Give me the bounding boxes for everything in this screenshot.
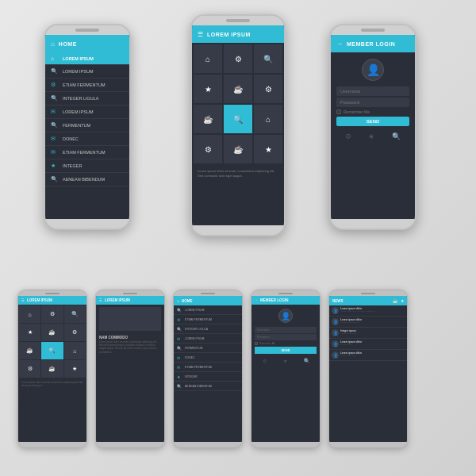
sm-nav-label-8: AENEAN BIBENDUM bbox=[185, 385, 212, 388]
grid-cell-6[interactable]: ☕ bbox=[194, 105, 222, 133]
sm-header-text-3: HOME bbox=[182, 299, 193, 303]
sm-cell-6[interactable]: ☕ bbox=[19, 342, 40, 359]
sm-cell-7[interactable]: 🔍 bbox=[41, 342, 63, 359]
sm-news-av-2: 👤 bbox=[332, 329, 339, 336]
grid-cell-4[interactable]: ☕ bbox=[224, 75, 252, 103]
sm-news-title-5: NEWS bbox=[332, 299, 344, 303]
sm-nav-3[interactable]: ✉ LOREM IPSUM bbox=[174, 334, 242, 344]
grid-cell-7[interactable]: 🔍 bbox=[224, 105, 252, 133]
nav-item-0[interactable]: ⌂ LOREM IPSUM bbox=[45, 52, 129, 65]
phone-top-bar bbox=[45, 25, 129, 35]
sm-nav-0[interactable]: 🔍 LOREM IPSUM bbox=[174, 305, 242, 315]
nav-label-7: ETIAM FERMENTUM bbox=[63, 150, 105, 155]
sm-cell-0[interactable]: ⌂ bbox=[19, 305, 40, 323]
sm-nav-5[interactable]: ✉ DONEC bbox=[174, 353, 242, 363]
sm-header-text-2: LOREM IPSUM bbox=[105, 298, 130, 302]
arrow-icon: → bbox=[336, 40, 343, 48]
sm-cell-10[interactable]: ☕ bbox=[41, 360, 63, 378]
sm-nav-7[interactable]: ★ INTEGER bbox=[174, 372, 242, 382]
sm-news-av-1: 👤 bbox=[332, 318, 339, 325]
login-header-text: MEMBER LOGIN bbox=[347, 41, 395, 47]
sm-cell-8[interactable]: ⌂ bbox=[64, 342, 86, 359]
sm-checkbox-4[interactable] bbox=[255, 342, 258, 345]
sm-nav-label-4: FERMENTUM bbox=[185, 347, 202, 350]
nav-icon-search4: 🔍 bbox=[51, 176, 59, 182]
sm-cell-3[interactable]: ★ bbox=[19, 324, 40, 341]
bottom-gear-icon: ⚙ bbox=[345, 132, 351, 140]
sm-screen-4: → MEMBER LOGIN 👤 Username Password Remem… bbox=[251, 296, 320, 442]
grid-cell-11[interactable]: ★ bbox=[254, 135, 282, 163]
sm-news-item-0[interactable]: 👤 Lorem ipsum dolor Lorem ipsum dolor si… bbox=[329, 305, 407, 317]
sm-nav-2[interactable]: 🔍 INTEGER LIGULA bbox=[174, 324, 242, 334]
login-bottom-icons: ⚙ ★ 🔍 bbox=[331, 129, 415, 144]
send-button[interactable]: SEND bbox=[336, 117, 409, 126]
nav-icon-mail2: ✉ bbox=[51, 136, 59, 142]
sm-username-4[interactable]: Username bbox=[255, 327, 317, 333]
nav-item-5[interactable]: 🔍 FERMENTUM bbox=[45, 119, 129, 132]
sm-nav-label-3: LOREM IPSUM bbox=[185, 337, 205, 340]
sm-news-item-1[interactable]: 👤 Lorem ipsum dolor Lorem ipsum dolor si… bbox=[329, 317, 407, 328]
sm-speaker-4 bbox=[278, 293, 293, 294]
grid-cell-5[interactable]: ⚙ bbox=[254, 75, 282, 103]
phone-speaker-center bbox=[226, 19, 250, 22]
sm-grid-1: ⌂ ⚙ 🔍 ★ ☕ ⚙ ☕ 🔍 ⌂ ⚙ ☕ ★ bbox=[18, 305, 86, 378]
sm-home-icon-3: ⌂ bbox=[177, 298, 179, 303]
sm-cell-1[interactable]: ⚙ bbox=[41, 305, 63, 323]
grid-cell-0[interactable]: ⌂ bbox=[194, 44, 222, 73]
sm-password-4[interactable]: Password bbox=[255, 334, 317, 340]
sm-nav-6[interactable]: ✉ ETIAM FERMENTUM bbox=[174, 363, 242, 372]
sm-nav-label-1: ETIAM FERMENTUM bbox=[185, 318, 212, 321]
nav-item-1[interactable]: 🔍 LOREM IPSUM bbox=[45, 65, 129, 79]
nav-item-3[interactable]: 🔍 INTEGER LIGULA bbox=[45, 92, 129, 106]
sm-news-header-5: NEWS ☕ ★ bbox=[329, 296, 407, 305]
sm-news-info-2: Integer ipsum Lorem ipsum dolor bbox=[340, 329, 405, 336]
sm-avatar-circle-4: 👤 bbox=[278, 309, 293, 323]
nav-item-9[interactable]: 🔍 AENEAN BIBENDUM bbox=[45, 173, 129, 186]
grid-cell-9[interactable]: ⚙ bbox=[194, 135, 222, 163]
nav-item-6[interactable]: ✉ DONEC bbox=[45, 132, 129, 146]
grid-cell-2[interactable]: 🔍 bbox=[254, 44, 282, 73]
sm-cell-11[interactable]: ★ bbox=[64, 360, 86, 378]
grid-container: ⌂ ⚙ 🔍 ★ ☕ ⚙ ☕ 🔍 ⌂ ⚙ ☕ ★ bbox=[192, 43, 284, 165]
nav-item-8[interactable]: ★ INTEGER bbox=[45, 159, 129, 173]
sm-nav-8[interactable]: 🔍 AENEAN BIBENDUM bbox=[174, 382, 242, 391]
phone-speaker bbox=[75, 29, 99, 32]
nav-item-2[interactable]: ⚙ ETIAM FERMENTUM bbox=[45, 79, 129, 92]
sm-cell-4[interactable]: ☕ bbox=[41, 324, 63, 341]
small-phone-5: NEWS ☕ ★ 👤 Lorem ipsum dolor Lorem ipsum… bbox=[328, 290, 408, 448]
sm-cell-2[interactable]: 🔍 bbox=[64, 305, 86, 323]
grid-cell-1[interactable]: ⚙ bbox=[224, 44, 252, 73]
sm-avatar-4: 👤 bbox=[251, 305, 320, 325]
avatar-circle: 👤 bbox=[362, 59, 384, 81]
phone-top-bar-right bbox=[331, 25, 415, 35]
grid-cell-8[interactable]: ⌂ bbox=[254, 105, 282, 133]
remember-label: Remember Me bbox=[344, 109, 370, 114]
sm-cell-9[interactable]: ⚙ bbox=[19, 360, 40, 378]
grid-cell-3[interactable]: ★ bbox=[194, 75, 222, 103]
sm-news-av-3: 👤 bbox=[332, 340, 339, 347]
sm-header-text-4: MEMBER LOGIN bbox=[260, 298, 289, 302]
grid-cell-10[interactable]: ☕ bbox=[224, 135, 252, 163]
sm-news-item-2[interactable]: 👤 Integer ipsum Lorem ipsum dolor bbox=[329, 328, 407, 339]
sm-nav-4[interactable]: 🔍 FERMENTUM bbox=[174, 344, 242, 353]
nav-icon-star: ★ bbox=[51, 163, 59, 169]
nav-item-4[interactable]: ✉ LOREM IPSUM bbox=[45, 106, 129, 119]
nav-label-5: FERMENTUM bbox=[63, 123, 90, 128]
sm-news-item-4[interactable]: 👤 Lorem ipsum dolor Lorem ipsum dolor bbox=[329, 350, 407, 361]
sm-nav-1[interactable]: ⚙ ETIAM FERMENTUM bbox=[174, 315, 242, 324]
sm-news-item-3[interactable]: 👤 Lorem ipsum dolor Lorem ipsum bbox=[329, 339, 407, 350]
username-field[interactable]: Username bbox=[336, 86, 409, 96]
sm-bottom-3 bbox=[174, 442, 242, 447]
sm-nav-label-2: INTEGER LIGULA bbox=[185, 328, 208, 331]
password-field[interactable]: Password bbox=[336, 98, 409, 107]
grid-text-area: Lorem ipsum dolor sit amet, consectetur … bbox=[192, 165, 284, 182]
remember-checkbox[interactable] bbox=[336, 109, 341, 114]
sm-remember-4[interactable]: Remember Me bbox=[255, 342, 317, 345]
sm-cell-5[interactable]: ⚙ bbox=[64, 324, 86, 341]
nav-item-7[interactable]: ✉ ETIAM FERMENTUM bbox=[45, 146, 129, 159]
nav-icon-mail: ✉ bbox=[51, 109, 59, 115]
small-phone-2: ☰ LOREM IPSUM NAM COMMODO Lorem ipsum do… bbox=[95, 290, 165, 448]
bottom-search-icon: 🔍 bbox=[392, 132, 401, 140]
sm-send-btn-4[interactable]: SEND bbox=[255, 347, 317, 354]
remember-me[interactable]: Remember Me bbox=[336, 109, 409, 114]
